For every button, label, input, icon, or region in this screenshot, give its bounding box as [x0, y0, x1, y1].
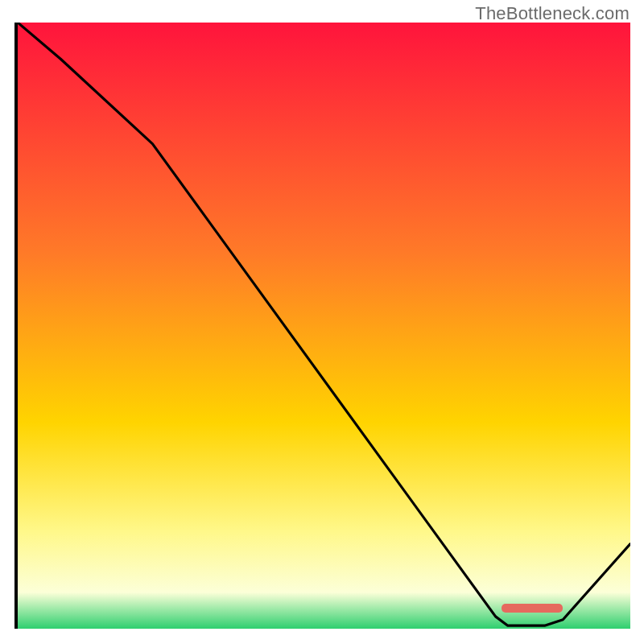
plot-area: [18, 23, 630, 629]
chart-container: TheBottleneck.com: [0, 0, 644, 644]
bottleneck-chart: [18, 23, 630, 629]
watermark-text: TheBottleneck.com: [475, 3, 630, 24]
optimal-range-marker: [502, 604, 563, 613]
gradient-background: [18, 23, 630, 629]
